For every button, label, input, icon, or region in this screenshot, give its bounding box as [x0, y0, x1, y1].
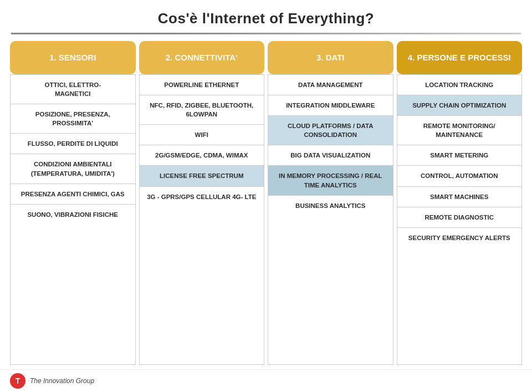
header-col1: 1. SENSORI	[10, 41, 136, 74]
cell-2-1: POWERLINE ETHERNET	[140, 75, 264, 95]
header-col3: 3. DATI	[268, 41, 393, 74]
header-col2: 2. CONNETTIVITA'	[139, 41, 265, 74]
footer: T The Innovation Group	[0, 369, 532, 392]
cell-4-4: SMART METERING	[397, 145, 522, 166]
cell-1-2: POSIZIONE, PRESENZA, PROSSIMITA'	[11, 104, 135, 134]
cell-4-5: CONTROL, AUTOMATION	[397, 166, 522, 186]
content-col-1: OTTICI, ELETTRO- MAGNETICIPOSIZIONE, PRE…	[10, 74, 136, 365]
cell-2-6: 3G - GPRS/GPS CELLULAR 4G- LTE	[140, 187, 264, 364]
cell-2-2: NFC, RFID, ZIGBEE, BLUETOOTH, 6LOWPAN	[140, 95, 264, 125]
cell-1-6: SUONO, VIBRAZIONI FISICHE	[11, 205, 135, 364]
content-col-3: DATA MANAGEMENTINTEGRATION MIDDLEWARECLO…	[268, 74, 393, 365]
main-title: Cos'è l'Internet of Everything?	[158, 10, 374, 27]
title-section: Cos'è l'Internet of Everything?	[0, 0, 532, 33]
divider-top	[11, 33, 521, 34]
footer-logo: T	[10, 373, 25, 389]
content-col-2: POWERLINE ETHERNETNFC, RFID, ZIGBEE, BLU…	[139, 74, 265, 365]
cell-2-5: LICENSE FREE SPECTRUM	[140, 166, 264, 186]
cell-3-4: BIG DATA VISUALIZATION	[268, 145, 393, 166]
header-row: 1. SENSORI 2. CONNETTIVITA' 3. DATI 4. P…	[10, 41, 522, 74]
cell-4-1: LOCATION TRACKING	[397, 75, 522, 95]
cell-4-3: REMOTE MONITORING/ MAINTENANCE	[397, 116, 522, 145]
cell-3-5: IN MEMORY PROCESSING / REAL TIME ANALYTI…	[268, 166, 393, 195]
cell-3-3: CLOUD PLATFORMS / DATA CONSOLIDATION	[268, 116, 393, 145]
content-grid: OTTICI, ELETTRO- MAGNETICIPOSIZIONE, PRE…	[10, 74, 522, 365]
cell-4-7: REMOTE DIAGNOSTIC	[397, 207, 522, 228]
cell-3-2: INTEGRATION MIDDLEWARE	[268, 95, 393, 116]
cell-2-3: WIFI	[140, 125, 264, 145]
page: Cos'è l'Internet of Everything? 1. SENSO…	[0, 0, 532, 392]
cell-1-5: PRESENZA AGENTI CHIMICI, GAS	[11, 184, 135, 205]
cell-4-8: SECURITY EMERGENCY ALERTS	[397, 228, 522, 364]
cell-4-2: SUPPLY CHAIN OPTIMIZATION	[397, 95, 522, 116]
cell-4-6: SMART MACHINES	[397, 187, 522, 207]
header-col4: 4. PERSONE E PROCESSI	[397, 41, 523, 74]
cell-1-1: OTTICI, ELETTRO- MAGNETICI	[11, 75, 135, 104]
footer-company: The Innovation Group	[30, 377, 94, 385]
content-col-4: LOCATION TRACKINGSUPPLY CHAIN OPTIMIZATI…	[397, 74, 523, 365]
cell-3-6: BUSINESS ANALYTICS	[268, 196, 393, 364]
cell-2-4: 2G/GSM/EDGE, CDMA, WIMAX	[140, 145, 264, 166]
cell-1-3: FLUSSO, PERDITE DI LIQUIDI	[11, 134, 135, 154]
cell-3-1: DATA MANAGEMENT	[268, 75, 393, 95]
cell-1-4: CONDIZIONI AMBIENTALI (TEMPERATURA, UMID…	[11, 154, 135, 184]
